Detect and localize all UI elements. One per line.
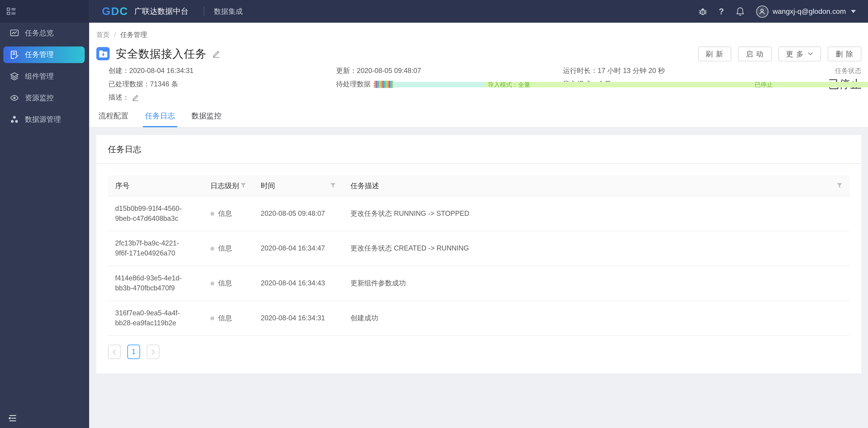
user-email[interactable]: wangxj-q@glodon.com	[773, 7, 846, 15]
column-header-time: 时间	[254, 175, 343, 196]
datasource-icon	[10, 115, 19, 124]
task-meta: 创建：2020-08-04 16:34:31 更新：2020-08-05 09:…	[108, 67, 861, 101]
log-id: 2fc13b7f-ba9c-4221-9f6f-171e04926a70	[108, 231, 203, 265]
sidebar-collapse-icon[interactable]	[8, 414, 17, 423]
app-window: GDC 广联达数据中台 数据集成 ?	[0, 0, 868, 428]
brand-logo: GDC	[102, 5, 128, 18]
tab-data-monitor[interactable]: 数据监控	[189, 111, 224, 127]
log-time: 2020-08-04 16:34:47	[254, 231, 343, 265]
detail-tabs: 流程配置 任务日志 数据监控	[96, 111, 236, 127]
filter-funnel-icon[interactable]	[836, 183, 843, 189]
column-header-seq: 序号	[108, 175, 203, 196]
delete-button[interactable]: 删 除	[828, 46, 861, 61]
log-id: 316f7ea0-9ea5-4a4f-bb28-ea9fac119b2e	[108, 301, 203, 335]
module-name[interactable]: 数据集成	[214, 6, 243, 16]
task-status: 任务状态 已停止	[828, 67, 861, 90]
refresh-button[interactable]: 刷 新	[698, 46, 732, 61]
product-name: 广联达数据中台	[134, 6, 189, 16]
table-row[interactable]: f414e86d-93e5-4e1d-bb3b-470fbcb470f9 信息 …	[108, 266, 850, 301]
topbar-divider	[204, 7, 205, 16]
table-row[interactable]: 316f7ea0-9ea5-4a4f-bb28-ea9fac119b2e 信息 …	[108, 301, 850, 336]
sidebar-item-label: 数据源管理	[25, 114, 61, 125]
meta-created: 创建：2020-08-04 16:34:31	[108, 67, 336, 74]
column-header-desc: 任务描述	[343, 175, 850, 196]
sidebar-item-datasource-management[interactable]: 数据源管理	[3, 111, 85, 128]
log-desc: 更改任务状态 RUNNING -> STOPPED	[343, 196, 850, 231]
log-level: 信息	[203, 231, 254, 265]
meta-pending: 待处理数据：0 条	[336, 80, 563, 88]
log-time: 2020-08-05 09:48:07	[254, 196, 343, 231]
action-buttons: 刷 新 启 动 更 多 删 除	[698, 46, 861, 61]
log-desc: 创建成功	[343, 301, 850, 335]
breadcrumb: 首页/任务管理	[96, 23, 861, 39]
notification-bell-icon[interactable]	[736, 7, 745, 16]
more-button[interactable]: 更 多	[778, 46, 821, 61]
level-dot-icon	[210, 281, 214, 285]
panel-title: 任务日志	[96, 135, 861, 164]
meta-import-mode: 导入模式：全量	[563, 80, 861, 88]
tab-task-log[interactable]: 任务日志	[143, 111, 177, 127]
log-level: 信息	[203, 196, 254, 231]
user-menu-caret-icon[interactable]	[851, 10, 856, 13]
breadcrumb-home[interactable]: 首页	[96, 31, 110, 39]
next-page-button[interactable]	[147, 344, 159, 359]
log-desc: 更改任务状态 CREATED -> RUNNING	[343, 231, 850, 265]
layers-icon	[10, 72, 19, 81]
breadcrumb-separator: /	[114, 31, 116, 39]
level-dot-icon	[210, 316, 214, 320]
sidebar-item-label: 资源监控	[25, 93, 54, 103]
level-dot-icon	[210, 211, 214, 216]
sidebar-item-component-management[interactable]: 组件管理	[3, 68, 85, 85]
status-label: 任务状态	[828, 67, 861, 74]
table-row[interactable]: d15b0b99-91f4-4560-9beb-c47d6408ba3c 信息 …	[108, 196, 850, 231]
meta-updated: 更新：2020-08-05 09:48:07	[336, 67, 563, 74]
page-number-button[interactable]: 1	[127, 344, 140, 359]
help-icon[interactable]: ?	[717, 7, 726, 16]
chart-icon	[10, 29, 19, 38]
edit-title-icon[interactable]	[212, 49, 220, 58]
tab-flow-config[interactable]: 流程配置	[96, 111, 131, 127]
sidebar-header	[0, 0, 89, 23]
start-button[interactable]: 启 动	[738, 46, 772, 61]
sidebar-item-label: 任务管理	[25, 50, 54, 60]
user-avatar[interactable]	[756, 5, 768, 18]
sidebar-item-label: 任务总览	[25, 28, 54, 38]
log-level: 信息	[203, 301, 254, 335]
sidebar-item-task-management[interactable]: 任务管理	[3, 46, 85, 63]
edit-description-icon[interactable]	[132, 93, 139, 101]
chevron-down-icon	[808, 52, 813, 56]
topbar-right: ? wangxj-q@glodon.com	[688, 5, 868, 18]
sidebar-item-task-overview[interactable]: 任务总览	[3, 25, 85, 41]
status-value: 已停止	[828, 78, 861, 90]
apps-menu-icon[interactable]	[7, 7, 16, 15]
table-row[interactable]: 2fc13b7f-ba9c-4221-9f6f-171e04926a70 信息 …	[108, 231, 850, 266]
log-level: 信息	[203, 266, 254, 300]
pagination: 1	[108, 344, 861, 359]
log-id: d15b0b99-91f4-4560-9beb-c47d6408ba3c	[108, 196, 203, 231]
log-id: f414e86d-93e5-4e1d-bb3b-470fbcb470f9	[108, 266, 203, 300]
prev-page-button[interactable]	[108, 344, 121, 359]
level-dot-icon	[210, 246, 214, 250]
page-title: 安全数据接入任务	[116, 46, 207, 61]
sidebar-item-resource-monitor[interactable]: 资源监控	[3, 90, 85, 106]
sidebar-nav: 任务总览 任务管理	[0, 23, 89, 128]
log-table: 序号 日志级别 时间 任务描述	[108, 175, 850, 336]
task-detail-header: 首页/任务管理 安全数据接入任务	[89, 23, 868, 128]
task-log-panel: 任务日志 序号 日志级别 时间 任务描述	[96, 135, 861, 373]
bug-icon[interactable]	[698, 7, 707, 16]
filter-funnel-icon[interactable]	[240, 183, 246, 189]
main-content: 首页/任务管理 安全数据接入任务	[89, 23, 868, 428]
log-desc: 更新组件参数成功	[343, 266, 850, 300]
top-bar: GDC 广联达数据中台 数据集成 ?	[89, 0, 868, 23]
task-edit-icon	[10, 50, 19, 59]
breadcrumb-current: 任务管理	[120, 31, 147, 39]
meta-processed: 已处理数据：71346 条	[108, 80, 336, 88]
task-type-icon	[96, 47, 110, 60]
log-time: 2020-08-04 16:34:31	[254, 301, 343, 335]
table-header: 序号 日志级别 时间 任务描述	[108, 175, 850, 197]
log-time: 2020-08-04 16:34:43	[254, 266, 343, 300]
filter-funnel-icon[interactable]	[330, 183, 336, 189]
sidebar: 任务总览 任务管理	[0, 23, 89, 428]
sidebar-item-label: 组件管理	[25, 71, 54, 81]
eye-icon	[10, 93, 19, 102]
